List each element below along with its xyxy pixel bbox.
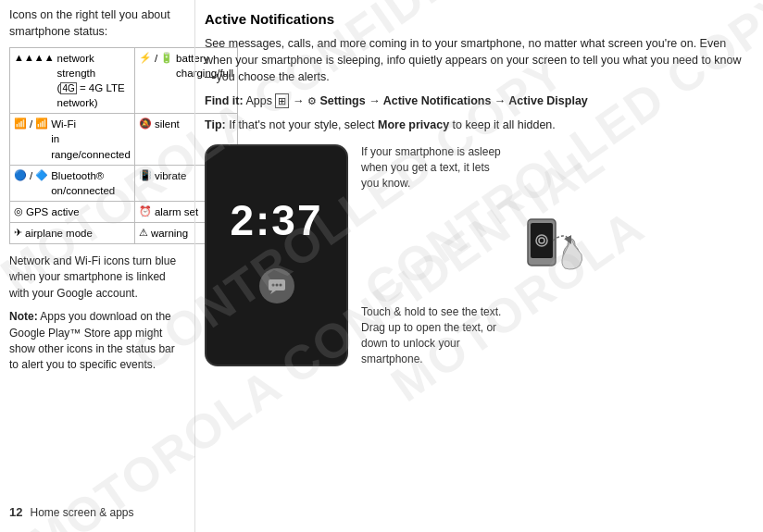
tip-line: Tip: If that's not your style, select Mo… <box>205 117 750 133</box>
bluetooth-connected-icon: 🔷 <box>35 168 48 182</box>
right-column: Active Notifications See messages, calls… <box>195 0 763 532</box>
network-label: network strength(4G = 4G LTE network) <box>57 51 131 110</box>
warning-icon: ⚠ <box>139 226 148 240</box>
arrow-icon: → <box>293 94 307 107</box>
page-layout: Icons on the right tell you about smartp… <box>0 0 763 532</box>
phone-mockup: 2:37 <box>205 144 348 366</box>
table-cell: ▲▲▲▲ network strength(4G = 4G LTE networ… <box>10 48 135 114</box>
svg-point-4 <box>279 283 281 286</box>
silent-label: silent <box>155 117 180 131</box>
signal-bars-icon: ▲▲▲▲ <box>14 51 55 65</box>
airplane-label: airplane mode <box>25 226 93 241</box>
svg-marker-1 <box>270 291 276 294</box>
icon-cell: 📶/ 📶 Wi-Fiin range/connected <box>14 117 131 161</box>
vibrate-icon: 📳 <box>139 168 152 182</box>
silent-icon: 🔕 <box>139 117 152 130</box>
icon-cell: 🔵/ 🔷 Bluetooth®on/connected <box>14 168 131 198</box>
note-label: Note: <box>9 310 38 323</box>
settings-gear-icon: ⚙ <box>307 95 317 106</box>
svg-rect-6 <box>531 223 553 258</box>
annotation-bottom: Touch & hold to see the text. Drag up to… <box>361 304 509 366</box>
battery-full-icon: 🔋 <box>160 51 173 65</box>
icon-cell: ▲▲▲▲ network strength(4G = 4G LTE networ… <box>14 51 131 110</box>
battery-charging-icon: ⚡ <box>139 51 152 65</box>
find-it-label: Find it: <box>205 94 244 107</box>
left-column: Icons on the right tell you about smartp… <box>0 0 194 532</box>
wifi-connected-icon: 📶 <box>35 117 48 130</box>
icon-cell: ◎ GPS active <box>14 204 131 219</box>
icon-cell: ✈ airplane mode <box>14 226 131 241</box>
gps-label: GPS active <box>26 204 80 219</box>
vibrate-label: vibrate <box>155 168 187 183</box>
table-cell: ✈ airplane mode <box>10 222 135 243</box>
tip-more-privacy: More privacy <box>378 118 449 131</box>
table-cell: 🔵/ 🔷 Bluetooth®on/connected <box>10 165 135 201</box>
table-cell: ◎ GPS active <box>10 201 135 222</box>
gps-icon: ◎ <box>14 204 23 218</box>
body-text: See messages, calls, and more coming in … <box>205 35 750 85</box>
annotations-area: If your smartphone is asleep when you ge… <box>361 144 750 366</box>
network-note: Network and Wi-Fi icons turn blue when y… <box>9 254 185 302</box>
section-title: Active Notifications <box>205 9 750 30</box>
bluetooth-label: Bluetooth®on/connected <box>51 168 115 198</box>
bluetooth-icon: 🔵 <box>14 168 27 182</box>
warning-label: warning <box>151 226 188 241</box>
airplane-icon: ✈ <box>14 226 22 240</box>
svg-point-2 <box>271 283 274 286</box>
wifi-icon: 📶 <box>14 117 27 130</box>
tip-text: If that's not your style, select <box>229 118 374 131</box>
note-text: Note: Apps you download on the Google Pl… <box>9 309 185 374</box>
page-number: 12 <box>9 504 22 521</box>
annotation-top: If your smartphone is asleep when you ge… <box>361 144 509 191</box>
find-it-text: Apps <box>245 94 275 107</box>
alarm-icon: ⏰ <box>139 204 152 218</box>
phone-area: 2:37 If your smartphone is asleep when y… <box>205 144 750 366</box>
table-cell: 📶/ 📶 Wi-Fiin range/connected <box>10 114 135 165</box>
find-it-steps: Settings → Active Notifications → Active… <box>319 94 587 107</box>
phone-time: 2:37 <box>230 190 322 252</box>
phone-message-icon <box>259 268 294 303</box>
find-it-line: Find it: Apps ⊞ → ⚙ Settings → Active No… <box>205 93 750 109</box>
apps-grid-icon: ⊞ <box>275 93 289 108</box>
page-number-area: 12 Home screen & apps <box>9 504 134 521</box>
message-bubble-icon <box>267 276 287 296</box>
touch-gesture-icon <box>523 217 588 278</box>
alarm-label: alarm set <box>155 204 198 219</box>
svg-point-3 <box>275 283 278 286</box>
tip-end: to keep it all hidden. <box>453 118 556 131</box>
hand-icon-area <box>361 217 750 278</box>
tip-label: Tip: <box>205 118 226 131</box>
page-section-label: Home screen & apps <box>30 505 133 521</box>
intro-text: Icons on the right tell you about smartp… <box>9 7 185 40</box>
wifi-label: Wi-Fiin range/connected <box>51 117 131 161</box>
